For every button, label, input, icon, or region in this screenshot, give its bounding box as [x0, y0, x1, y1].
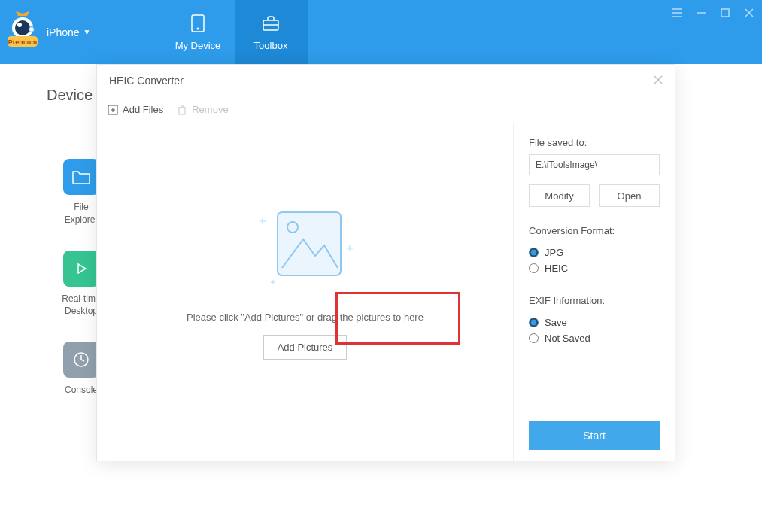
radio-input[interactable] — [529, 248, 539, 257]
tool-label: Console — [65, 384, 98, 397]
console-icon — [63, 342, 99, 378]
svg-point-6 — [197, 28, 199, 30]
section-title: Device — [47, 87, 93, 104]
open-button[interactable]: Open — [599, 184, 660, 207]
saved-to-label: File saved to: — [529, 137, 660, 148]
device-icon — [187, 13, 208, 34]
svg-point-2 — [17, 23, 22, 27]
modal-close-button[interactable] — [651, 72, 666, 87]
radio-label: Save — [545, 317, 567, 328]
plus-icon — [108, 105, 118, 115]
maximize-icon[interactable] — [718, 6, 732, 20]
modal-title-text: HEIC Converter — [109, 74, 184, 87]
format-option-heic[interactable]: HEIC — [529, 263, 660, 274]
tab-label: Toolbox — [254, 40, 288, 51]
tab-my-device[interactable]: My Device — [162, 0, 235, 64]
format-radio-group: JPG HEIC — [529, 242, 660, 278]
heic-converter-modal: HEIC Converter Add Files Remove — [96, 64, 675, 461]
settings-panel: File saved to: Modify Open Conversion Fo… — [513, 123, 675, 462]
radio-label: JPG — [545, 247, 563, 258]
exif-option-notsaved[interactable]: Not Saved — [529, 333, 660, 344]
image-placeholder-icon — [249, 196, 362, 293]
drop-zone[interactable]: Please click "Add Pictures" or drag the … — [97, 123, 513, 462]
tool-label: File — [74, 201, 88, 214]
svg-rect-23 — [179, 108, 185, 114]
exif-label: EXIF Information: — [529, 295, 660, 306]
drop-hint-text: Please click "Add Pictures" or drag the … — [187, 312, 424, 323]
svg-rect-13 — [721, 9, 729, 17]
trash-icon — [177, 105, 187, 115]
radio-label: Not Saved — [545, 333, 590, 344]
radio-input[interactable] — [529, 263, 539, 273]
add-files-button[interactable]: Add Files — [108, 104, 163, 115]
tab-label: My Device — [175, 40, 221, 51]
nav-tabs: My Device Toolbox — [162, 0, 308, 64]
svg-text:Premium: Premium — [8, 38, 38, 46]
add-pictures-button[interactable]: Add Pictures — [263, 335, 348, 360]
radio-label: HEIC — [545, 263, 568, 274]
menu-icon[interactable] — [670, 6, 684, 20]
device-picker[interactable]: iPhone ▼ — [47, 26, 91, 38]
exif-radio-group: Save Not Saved — [529, 312, 660, 348]
main-body: Device File Explorer Real-time Desktop C… — [0, 64, 762, 532]
tool-label: Real-time — [62, 293, 100, 306]
save-path-input[interactable] — [529, 154, 660, 175]
svg-rect-26 — [278, 212, 341, 275]
play-icon — [63, 251, 99, 287]
radio-input[interactable] — [529, 333, 539, 343]
start-button[interactable]: Start — [529, 421, 660, 450]
modal-toolbar: Add Files Remove — [97, 96, 675, 123]
svg-marker-16 — [78, 264, 86, 273]
divider — [54, 482, 732, 482]
app-header: Premium iPhone ▼ My Device Toolbox — [0, 0, 762, 64]
add-files-label: Add Files — [123, 104, 163, 115]
minimize-icon[interactable] — [694, 6, 708, 20]
device-name: iPhone — [47, 26, 80, 38]
svg-point-3 — [29, 26, 35, 32]
tool-label: Desktop — [65, 305, 98, 318]
window-controls — [670, 6, 756, 20]
remove-label: Remove — [192, 104, 228, 115]
toolbox-icon — [260, 13, 281, 34]
tab-toolbox[interactable]: Toolbox — [235, 0, 308, 64]
app-logo-icon: Premium — [5, 11, 44, 53]
remove-button[interactable]: Remove — [177, 104, 228, 115]
logo-area: Premium iPhone ▼ — [0, 0, 99, 64]
modal-body: Please click "Add Pictures" or drag the … — [97, 123, 675, 462]
format-option-jpg[interactable]: JPG — [529, 247, 660, 258]
chevron-down-icon: ▼ — [83, 28, 91, 36]
close-icon[interactable] — [742, 6, 756, 20]
modify-button[interactable]: Modify — [529, 184, 590, 207]
folder-icon — [63, 159, 99, 195]
format-label: Conversion Format: — [529, 225, 660, 236]
modal-titlebar: HEIC Converter — [97, 65, 675, 96]
svg-point-1 — [15, 20, 30, 35]
radio-input[interactable] — [529, 318, 539, 327]
exif-option-save[interactable]: Save — [529, 317, 660, 328]
tool-label: Explorer — [65, 214, 99, 226]
